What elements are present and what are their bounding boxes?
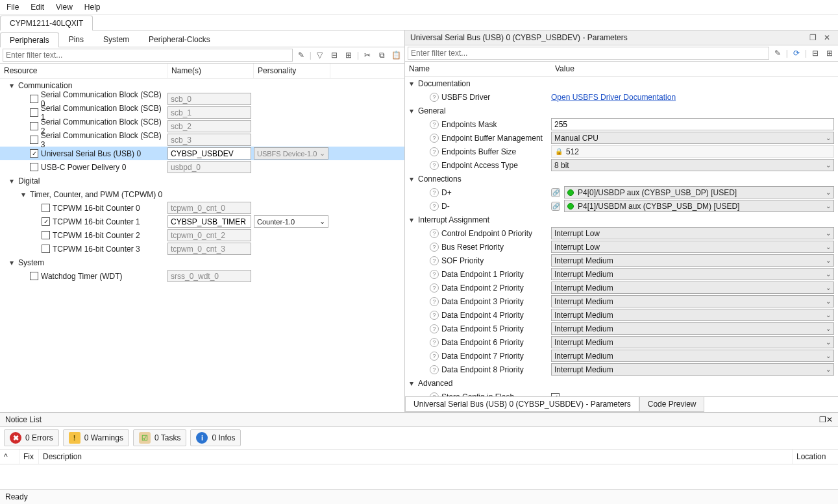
param-dropdown[interactable]: Interrupt Medium⌄ bbox=[551, 309, 834, 321]
tree-item[interactable]: USB-C Power Delivery 0 bbox=[0, 160, 404, 174]
name-input[interactable] bbox=[167, 106, 251, 119]
menu-edit[interactable]: Edit bbox=[31, 3, 44, 12]
expand-arrow-icon[interactable]: ▾ bbox=[19, 190, 27, 199]
notice-filter-button[interactable]: ☑0 Tasks bbox=[133, 429, 186, 446]
expand-arrow-icon[interactable]: ▾ bbox=[8, 176, 16, 186]
copy-icon[interactable]: ⧉ bbox=[376, 49, 388, 61]
help-icon[interactable]: ? bbox=[430, 188, 439, 197]
collapse-all-icon[interactable]: ⊟ bbox=[328, 49, 340, 61]
help-icon[interactable]: ? bbox=[430, 270, 439, 279]
enable-checkbox[interactable] bbox=[30, 272, 38, 280]
enable-checkbox[interactable] bbox=[30, 149, 38, 158]
help-icon[interactable]: ? bbox=[430, 324, 439, 333]
help-icon[interactable]: ? bbox=[430, 202, 439, 211]
resource-tree[interactable]: ▾CommunicationSerial Communication Block… bbox=[0, 78, 404, 412]
device-tab[interactable]: CYPM1211-40LQXIT bbox=[0, 16, 93, 30]
param-group[interactable]: ▾Interrupt Assignment bbox=[405, 213, 838, 226]
header-param-name[interactable]: Name bbox=[405, 62, 551, 76]
tab-peripherals[interactable]: Peripherals bbox=[0, 32, 59, 47]
param-text-input[interactable] bbox=[551, 118, 834, 130]
expand-arrow-icon[interactable]: ▾ bbox=[408, 106, 415, 115]
menu-view[interactable]: View bbox=[56, 3, 73, 12]
name-input[interactable] bbox=[167, 215, 251, 228]
enable-checkbox[interactable] bbox=[42, 231, 50, 239]
col-description[interactable]: Description bbox=[39, 450, 793, 464]
help-icon[interactable]: ? bbox=[430, 352, 439, 361]
param-dropdown[interactable]: Interrupt Medium⌄ bbox=[551, 254, 834, 267]
col-location[interactable]: Location bbox=[793, 450, 838, 464]
tree-group[interactable]: ▾Digital bbox=[0, 174, 404, 187]
enable-checkbox[interactable] bbox=[42, 245, 50, 253]
header-names[interactable]: Name(s) bbox=[167, 64, 254, 78]
tree-group[interactable]: ▾System bbox=[0, 256, 404, 269]
tab-pins[interactable]: Pins bbox=[59, 32, 93, 47]
help-icon[interactable]: ? bbox=[430, 365, 439, 374]
name-input[interactable] bbox=[167, 147, 251, 160]
tab-system[interactable]: System bbox=[93, 32, 139, 47]
expand-all-icon[interactable]: ⊞ bbox=[343, 49, 354, 61]
param-dropdown[interactable]: Interrupt Medium⌄ bbox=[551, 350, 834, 362]
header-param-value[interactable]: Value bbox=[551, 62, 838, 76]
help-icon[interactable]: ? bbox=[430, 338, 439, 347]
bottom-tab[interactable]: Code Preview bbox=[639, 397, 705, 412]
menu-help[interactable]: Help bbox=[84, 3, 101, 12]
name-input[interactable] bbox=[167, 243, 251, 255]
param-dropdown[interactable]: Interrupt Low⌄ bbox=[551, 241, 834, 253]
connection-dropdown[interactable]: P4[1]/USBDM aux (CYBSP_USB_DM) [USED]⌄ bbox=[564, 200, 834, 212]
tree-item[interactable]: Serial Communication Block (SCB) 3 bbox=[0, 133, 404, 147]
notice-filter-button[interactable]: i0 Infos bbox=[190, 429, 241, 446]
param-dropdown[interactable]: Interrupt Medium⌄ bbox=[551, 295, 834, 307]
param-group[interactable]: ▾Connections bbox=[405, 172, 838, 186]
personality-select[interactable]: Counter-1.0⌄ bbox=[254, 215, 328, 228]
enable-checkbox[interactable] bbox=[30, 95, 38, 103]
help-icon[interactable]: ? bbox=[430, 256, 439, 265]
enable-checkbox[interactable] bbox=[30, 108, 38, 117]
expand-arrow-icon[interactable]: ▾ bbox=[408, 79, 415, 88]
help-icon[interactable]: ? bbox=[430, 311, 439, 320]
name-input[interactable] bbox=[167, 229, 251, 241]
bottom-tab[interactable]: Universal Serial Bus (USB) 0 (CYBSP_USBD… bbox=[405, 397, 639, 412]
restore-icon[interactable]: ❐ bbox=[819, 415, 826, 424]
param-dropdown[interactable]: 8 bit⌄ bbox=[551, 159, 834, 171]
notice-filter-button[interactable]: !0 Warnings bbox=[63, 429, 129, 446]
col-fix-arrow[interactable]: ^ bbox=[0, 450, 19, 464]
param-group[interactable]: ▾Documentation bbox=[405, 77, 838, 90]
enable-checkbox[interactable] bbox=[42, 204, 50, 212]
name-input[interactable] bbox=[167, 134, 251, 146]
help-icon[interactable]: ? bbox=[430, 120, 439, 129]
clear-filter-icon[interactable]: ✎ bbox=[772, 47, 783, 59]
personality-select[interactable]: USBFS Device-1.0⌄ bbox=[254, 147, 328, 160]
tree-item[interactable]: TCPWM 16-bit Counter 0 bbox=[0, 201, 404, 215]
cut-icon[interactable]: ✂ bbox=[362, 49, 373, 61]
link-icon[interactable]: 🔗 bbox=[551, 188, 560, 197]
doc-link[interactable]: Open USBFS Driver Documentation bbox=[551, 93, 676, 102]
tree-item[interactable]: TCPWM 16-bit Counter 3 bbox=[0, 242, 404, 256]
filter-icon[interactable]: ▽ bbox=[314, 49, 326, 61]
expand-all-icon[interactable]: ⊞ bbox=[824, 47, 835, 59]
expand-arrow-icon[interactable]: ▾ bbox=[8, 81, 16, 90]
param-dropdown[interactable]: Interrupt Low⌄ bbox=[551, 227, 834, 239]
help-icon[interactable]: ? bbox=[430, 229, 439, 238]
tab-peripheral-clocks[interactable]: Peripheral-Clocks bbox=[139, 32, 220, 47]
expand-arrow-icon[interactable]: ▾ bbox=[408, 379, 415, 388]
param-dropdown[interactable]: Interrupt Medium⌄ bbox=[551, 336, 834, 348]
restore-icon[interactable]: ❐ bbox=[809, 33, 819, 42]
connection-dropdown[interactable]: P4[0]/USBDP aux (CYBSP_USB_DP) [USED]⌄ bbox=[564, 186, 834, 198]
expand-arrow-icon[interactable]: ▾ bbox=[8, 258, 16, 267]
tree-item[interactable]: TCPWM 16-bit Counter 2 bbox=[0, 228, 404, 242]
link-icon[interactable]: 🔗 bbox=[551, 202, 560, 211]
header-resource[interactable]: Resource bbox=[0, 64, 167, 78]
close-icon[interactable]: ✕ bbox=[826, 415, 833, 424]
clear-filter-icon[interactable]: ✎ bbox=[295, 49, 307, 61]
notice-filter-button[interactable]: ✖0 Errors bbox=[4, 429, 59, 446]
left-filter-input[interactable] bbox=[3, 49, 293, 62]
name-input[interactable] bbox=[167, 202, 251, 214]
expand-arrow-icon[interactable]: ▾ bbox=[408, 174, 415, 184]
help-icon[interactable]: ? bbox=[430, 161, 439, 170]
param-group[interactable]: ▾General bbox=[405, 104, 838, 117]
header-personality[interactable]: Personality bbox=[254, 64, 330, 78]
enable-checkbox[interactable] bbox=[30, 136, 38, 144]
tree-item[interactable]: Universal Serial Bus (USB) 0USBFS Device… bbox=[0, 147, 404, 160]
name-input[interactable] bbox=[167, 161, 251, 173]
help-icon[interactable]: ? bbox=[430, 243, 439, 252]
